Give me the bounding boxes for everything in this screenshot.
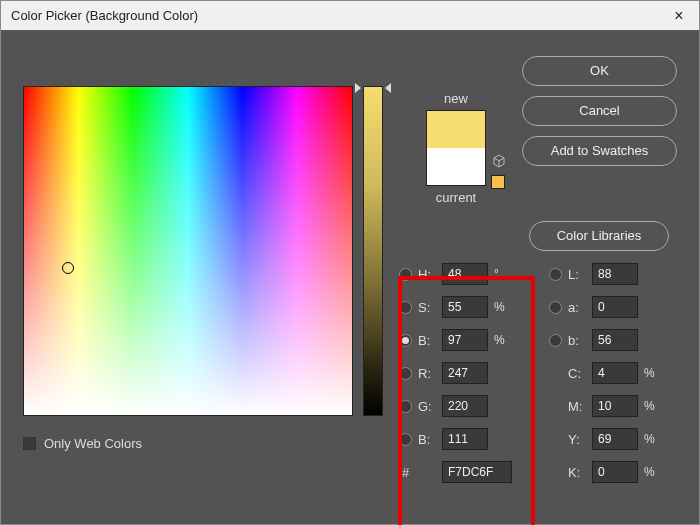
- only-web-colors-label: Only Web Colors: [44, 436, 142, 451]
- green-label: G:: [418, 399, 436, 414]
- blue-radio[interactable]: [399, 433, 412, 446]
- color-picker-cursor: [62, 262, 74, 274]
- hue-slider[interactable]: [363, 86, 383, 416]
- hue-radio[interactable]: [399, 268, 412, 281]
- brightness-unit: %: [494, 333, 510, 347]
- ok-button[interactable]: OK: [522, 56, 677, 86]
- saturation-radio[interactable]: [399, 301, 412, 314]
- yellow-unit: %: [644, 432, 660, 446]
- l-label: L:: [568, 267, 586, 282]
- l-radio[interactable]: [549, 268, 562, 281]
- blue-input[interactable]: 111: [442, 428, 488, 450]
- cancel-button[interactable]: Cancel: [522, 96, 677, 126]
- magenta-input[interactable]: 10: [592, 395, 638, 417]
- black-label: K:: [568, 465, 586, 480]
- black-row: K: 0 %: [549, 459, 660, 485]
- magenta-unit: %: [644, 399, 660, 413]
- color-picker-dialog: Color Picker (Background Color) × Only W…: [0, 0, 700, 525]
- action-buttons: OK Cancel Add to Swatches: [522, 56, 677, 166]
- a-radio[interactable]: [549, 301, 562, 314]
- b-lab-radio[interactable]: [549, 334, 562, 347]
- close-icon[interactable]: ×: [669, 7, 689, 25]
- red-label: R:: [418, 366, 436, 381]
- l-input[interactable]: 88: [592, 263, 638, 285]
- hex-label: #: [399, 465, 412, 480]
- green-row: G: 220: [399, 393, 512, 419]
- gamut-warning-icon[interactable]: [491, 153, 507, 169]
- only-web-colors-checkbox[interactable]: [23, 437, 36, 450]
- cyan-input[interactable]: 4: [592, 362, 638, 384]
- color-swatch-pair: [426, 110, 486, 186]
- black-unit: %: [644, 465, 660, 479]
- b-lab-input[interactable]: 56: [592, 329, 638, 351]
- yellow-row: Y: 69 %: [549, 426, 660, 452]
- red-row: R: 247: [399, 360, 512, 386]
- color-libraries-button[interactable]: Color Libraries: [529, 221, 669, 251]
- saturation-row: S: 55 %: [399, 294, 512, 320]
- l-row: L: 88: [549, 261, 660, 287]
- window-title: Color Picker (Background Color): [11, 8, 198, 23]
- yellow-label: Y:: [568, 432, 586, 447]
- green-input[interactable]: 220: [442, 395, 488, 417]
- saturation-input[interactable]: 55: [442, 296, 488, 318]
- yellow-input[interactable]: 69: [592, 428, 638, 450]
- new-color-swatch[interactable]: [427, 111, 485, 148]
- cyan-unit: %: [644, 366, 660, 380]
- saturation-unit: %: [494, 300, 510, 314]
- hex-input[interactable]: F7DC6F: [442, 461, 512, 483]
- magenta-row: M: 10 %: [549, 393, 660, 419]
- lab-cmyk-column: L: 88 a: 0 b: 56 C:: [549, 261, 660, 485]
- cyan-row: C: 4 %: [549, 360, 660, 386]
- hsb-rgb-column: H: 48 ° S: 55 % B: 97 %: [399, 261, 512, 485]
- new-color-label: new: [411, 91, 501, 106]
- hue-slider-thumb-left[interactable]: [355, 83, 361, 93]
- brightness-row: B: 97 %: [399, 327, 512, 353]
- titlebar: Color Picker (Background Color) ×: [1, 1, 699, 31]
- only-web-colors-option[interactable]: Only Web Colors: [23, 436, 142, 451]
- cyan-label: C:: [568, 366, 586, 381]
- color-preview: new current: [411, 91, 501, 205]
- black-input[interactable]: 0: [592, 461, 638, 483]
- brightness-label: B:: [418, 333, 436, 348]
- red-input[interactable]: 247: [442, 362, 488, 384]
- a-row: a: 0: [549, 294, 660, 320]
- red-radio[interactable]: [399, 367, 412, 380]
- hue-input[interactable]: 48: [442, 263, 488, 285]
- blue-label: B:: [418, 432, 436, 447]
- add-to-swatches-button[interactable]: Add to Swatches: [522, 136, 677, 166]
- hex-row: # F7DC6F: [399, 459, 512, 485]
- hue-row: H: 48 °: [399, 261, 512, 287]
- a-label: a:: [568, 300, 586, 315]
- saturation-label: S:: [418, 300, 436, 315]
- b-lab-row: b: 56: [549, 327, 660, 353]
- green-radio[interactable]: [399, 400, 412, 413]
- brightness-radio[interactable]: [399, 334, 412, 347]
- brightness-input[interactable]: 97: [442, 329, 488, 351]
- hue-unit: °: [494, 267, 510, 281]
- svg-line-1: [494, 158, 499, 161]
- hue-slider-thumb-right[interactable]: [385, 83, 391, 93]
- svg-line-2: [499, 158, 504, 161]
- current-color-swatch[interactable]: [427, 148, 485, 185]
- color-field[interactable]: [23, 86, 353, 416]
- current-color-label: current: [411, 190, 501, 205]
- a-input[interactable]: 0: [592, 296, 638, 318]
- blue-row: B: 111: [399, 426, 512, 452]
- b-lab-label: b:: [568, 333, 586, 348]
- hue-label: H:: [418, 267, 436, 282]
- dialog-body: Only Web Colors new current OK Cancel Ad…: [1, 31, 699, 524]
- web-safe-swatch[interactable]: [491, 175, 505, 189]
- magenta-label: M:: [568, 399, 586, 414]
